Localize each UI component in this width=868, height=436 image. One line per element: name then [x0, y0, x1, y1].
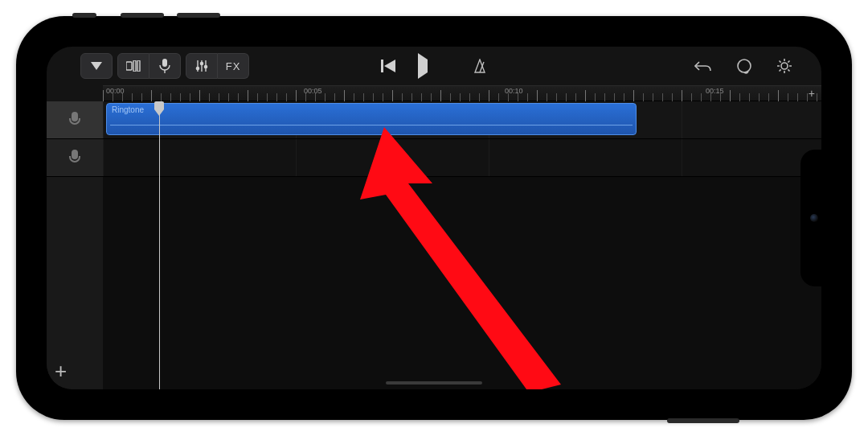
svg-point-9	[200, 62, 203, 64]
mic-icon	[69, 112, 80, 128]
mixer-button[interactable]	[186, 53, 218, 79]
audio-region[interactable]: Ringtone	[106, 103, 637, 135]
svg-marker-13	[475, 60, 485, 72]
region-label: Ringtone	[112, 105, 144, 114]
rewind-button[interactable]	[381, 60, 395, 72]
svg-rect-1	[133, 60, 136, 72]
ruler-mark: 00:05	[304, 87, 322, 95]
phone-switch	[72, 13, 96, 18]
timeline[interactable]: Ringtone	[103, 101, 821, 389]
notch	[800, 150, 821, 286]
side-button	[667, 418, 739, 423]
svg-point-16	[781, 63, 788, 69]
time-ruler[interactable]: 00:00 00:05 00:10 00:15	[103, 85, 821, 101]
svg-point-15	[738, 60, 751, 72]
track-row[interactable]: Ringtone	[103, 101, 821, 139]
undo-button[interactable]	[694, 60, 712, 72]
svg-marker-12	[384, 60, 395, 72]
loop-button[interactable]	[736, 58, 752, 74]
volume-down-button	[177, 13, 220, 18]
svg-rect-11	[381, 60, 383, 72]
my-songs-button[interactable]	[80, 53, 113, 79]
svg-rect-3	[162, 59, 167, 67]
mic-button[interactable]	[149, 53, 181, 79]
add-section-button[interactable]: +	[809, 87, 815, 100]
svg-rect-0	[126, 62, 132, 70]
toolbar: FX	[47, 47, 821, 85]
svg-point-10	[204, 65, 207, 68]
svg-line-21	[780, 61, 781, 63]
settings-button[interactable]	[776, 58, 792, 74]
home-indicator[interactable]	[386, 381, 482, 385]
svg-line-23	[780, 69, 781, 71]
fx-button[interactable]: FX	[218, 53, 249, 79]
add-track-button[interactable]: +	[55, 360, 67, 381]
fx-label: FX	[226, 60, 241, 72]
playhead[interactable]	[159, 101, 160, 389]
track-header[interactable]	[47, 139, 103, 177]
svg-line-24	[788, 61, 789, 63]
track-headers: +	[47, 101, 104, 389]
browser-button[interactable]	[117, 53, 149, 79]
phone-frame: FX	[16, 16, 852, 420]
track-row[interactable]	[103, 139, 821, 177]
metronome-button[interactable]	[473, 59, 487, 73]
mic-icon	[69, 150, 80, 166]
track-header[interactable]	[47, 101, 103, 139]
svg-line-22	[788, 69, 789, 71]
svg-rect-2	[137, 60, 140, 72]
ruler-mark: 00:10	[505, 87, 523, 95]
screen: FX	[47, 47, 821, 389]
ruler-mark: 00:15	[706, 87, 724, 95]
play-button[interactable]	[418, 60, 428, 72]
ruler-mark: 00:00	[106, 87, 125, 95]
camera-icon	[810, 214, 818, 222]
svg-point-8	[196, 67, 199, 69]
volume-up-button	[121, 13, 164, 18]
